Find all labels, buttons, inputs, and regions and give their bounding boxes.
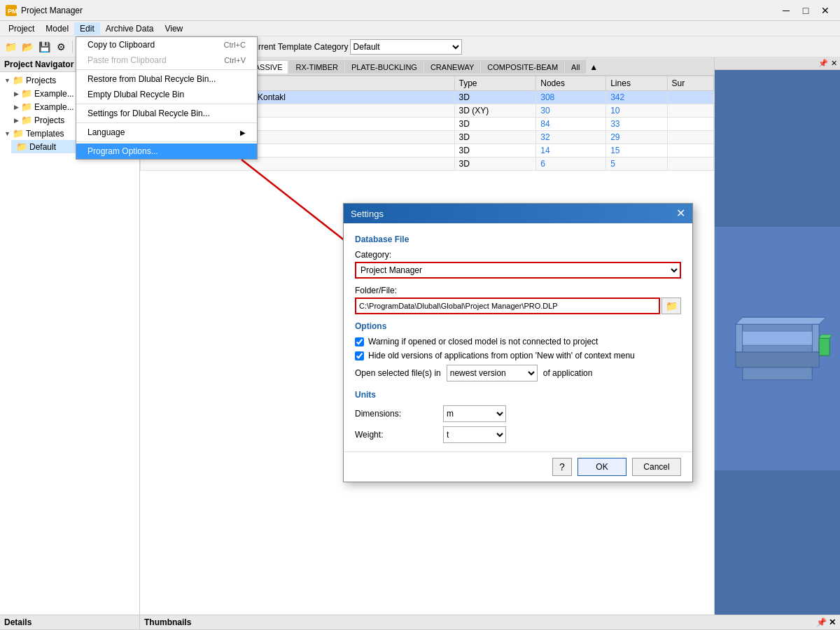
tree-label: Example... — [34, 102, 74, 112]
toolbar-sep-1 — [72, 41, 73, 53]
cell-type: 3D — [454, 91, 536, 104]
units-section-title: Units — [355, 390, 681, 400]
app-title: Project Manager — [21, 6, 83, 15]
bottom-section: Details Model Name RFEM-Beispiel-01 Desc… — [0, 615, 840, 630]
close-panel-icon[interactable]: ✕ — [831, 59, 837, 68]
menu-sep — [76, 141, 257, 142]
right-panel: 📌 ✕ — [714, 57, 840, 615]
menu-view[interactable]: View — [159, 22, 188, 35]
cell-nodes: 308 — [536, 91, 606, 104]
details-header: Details — [0, 615, 139, 630]
menu-project[interactable]: Project — [3, 22, 40, 35]
warning-label: Warning if opened or closed model is not… — [368, 337, 598, 346]
close-button[interactable]: ✕ — [816, 4, 834, 18]
menu-restore[interactable]: Restore from Dlubal Recycle Bin... — [76, 71, 257, 87]
cell-nodes: 14 — [536, 144, 606, 158]
program-options-label: Program Options... — [88, 146, 158, 156]
maximize-button[interactable]: □ — [797, 4, 815, 18]
warning-checkbox[interactable] — [355, 337, 364, 346]
weight-select[interactable]: t kg kN — [443, 426, 506, 443]
tree-label: Projects — [26, 76, 56, 85]
check-row-2: Hide old versions of applications from o… — [355, 351, 681, 360]
expand-icon: ▶ — [14, 104, 19, 111]
menu-program-options[interactable]: Program Options... — [76, 144, 257, 159]
tab-craneway[interactable]: CRANEWAY — [424, 60, 480, 74]
tab-plate-buckling[interactable]: PLATE-BUCKLING — [345, 60, 424, 74]
menu-edit[interactable]: Edit — [74, 22, 100, 35]
app-icon: PM — [6, 5, 17, 16]
open-suffix: of application — [543, 368, 593, 378]
restore-label: Restore from Dlubal Recycle Bin... — [88, 74, 216, 84]
tab-rx-timber[interactable]: RX-TIMBER — [289, 60, 344, 74]
tree-label: Projects — [34, 115, 64, 125]
tree-label: Example... — [34, 89, 74, 99]
toolbar-open[interactable]: 📂 — [20, 39, 35, 55]
dimensions-label: Dimensions: — [355, 409, 439, 419]
dialog-body: Database File Category: Project Manager … — [344, 223, 692, 451]
folder-input-group: 📁 — [355, 298, 681, 314]
menu-empty[interactable]: Empty Dlubal Recycle Bin — [76, 87, 257, 102]
folder-icon: 📁 — [21, 102, 32, 112]
cell-sur — [667, 144, 713, 158]
toolbar-settings[interactable]: ⚙ — [53, 39, 69, 55]
cell-lines: 29 — [606, 131, 667, 144]
menu-model[interactable]: Model — [40, 22, 74, 35]
ok-button[interactable]: OK — [578, 458, 626, 476]
menu-copy[interactable]: Copy to Clipboard Ctrl+C — [76, 37, 257, 52]
tab-all[interactable]: All — [565, 60, 586, 74]
window-controls: ─ □ ✕ — [777, 4, 834, 18]
cell-sur — [667, 158, 713, 171]
thumbnails-panel: Thumbnails 📌 ✕ RFEM-Beispiel-01 — [140, 615, 840, 630]
3d-model-view — [715, 70, 840, 615]
pin-icon[interactable]: 📌 — [818, 59, 828, 68]
col-sur: Sur — [667, 76, 713, 91]
open-select[interactable]: newest version — [447, 365, 538, 382]
toolbar-new[interactable]: 📁 — [3, 39, 18, 55]
hide-old-checkbox[interactable] — [355, 351, 364, 360]
template-select[interactable]: Default — [350, 39, 462, 55]
cell-type: 3D — [454, 158, 536, 171]
cell-nodes: 84 — [536, 118, 606, 131]
category-select[interactable]: Project Manager — [355, 262, 681, 279]
copy-shortcut: Ctrl+C — [224, 41, 246, 49]
cell-sur — [667, 131, 713, 144]
menu-archive[interactable]: Archive Data — [100, 22, 160, 35]
open-label: Open selected file(s) in — [355, 368, 441, 378]
cell-sur — [667, 91, 713, 104]
svg-rect-7 — [819, 338, 830, 356]
cell-lines: 342 — [606, 91, 667, 104]
menu-settings-recycle[interactable]: Settings for Dlubal Recycle Bin... — [76, 106, 257, 121]
tree-label: Default — [29, 142, 56, 152]
paste-shortcut: Ctrl+V — [224, 56, 246, 64]
menu-bar: Project Model Edit Archive Data View — [0, 21, 840, 36]
help-button[interactable]: ? — [552, 458, 572, 476]
close-thumb-icon[interactable]: ✕ — [829, 617, 836, 627]
minimize-button[interactable]: ─ — [777, 4, 795, 18]
tab-composite-beam[interactable]: COMPOSITE-BEAM — [481, 60, 564, 74]
svg-rect-4 — [743, 317, 812, 380]
dialog-close-button[interactable]: ✕ — [676, 208, 685, 219]
menu-paste[interactable]: Paste from Clipboard Ctrl+V — [76, 52, 257, 68]
tab-scroll-right[interactable]: ▲ — [587, 62, 601, 72]
svg-text:PM: PM — [8, 8, 17, 15]
language-label: Language — [88, 127, 125, 137]
expand-icon: ▶ — [14, 117, 19, 124]
folder-icon: 📁 — [16, 141, 27, 152]
folder-input[interactable] — [355, 298, 660, 314]
template-label: Current Template Category — [248, 42, 349, 52]
pin-icon[interactable]: 📌 — [816, 617, 827, 627]
toolbar-save[interactable]: 💾 — [36, 39, 52, 55]
dialog-title: Settings ✕ — [344, 204, 692, 223]
details-panel: Details Model Name RFEM-Beispiel-01 Desc… — [0, 615, 140, 630]
menu-language[interactable]: Language ▶ — [76, 125, 257, 140]
cancel-button[interactable]: Cancel — [632, 458, 681, 476]
category-label: Category: — [355, 250, 681, 260]
cell-type: 3D — [454, 131, 536, 144]
hide-old-label: Hide old versions of applications from o… — [368, 351, 635, 360]
cell-sur — [667, 118, 713, 131]
folder-icon: 📁 — [13, 75, 24, 85]
dimensions-select[interactable]: m cm mm — [443, 405, 506, 422]
dialog-footer: ? OK Cancel — [344, 451, 692, 482]
folder-group: Folder/File: 📁 — [355, 286, 681, 314]
browse-button[interactable]: 📁 — [662, 298, 681, 314]
